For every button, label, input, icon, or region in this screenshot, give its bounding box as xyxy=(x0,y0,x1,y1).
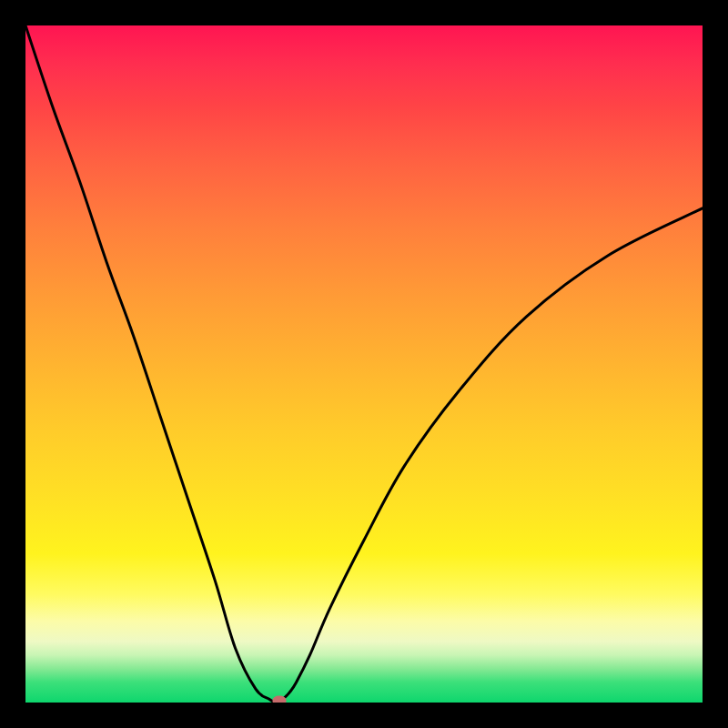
chart-stage: TheBottleneck.com xyxy=(0,0,728,728)
minimum-marker xyxy=(273,696,287,703)
bottleneck-curve xyxy=(25,25,703,703)
plot-area xyxy=(25,25,703,703)
